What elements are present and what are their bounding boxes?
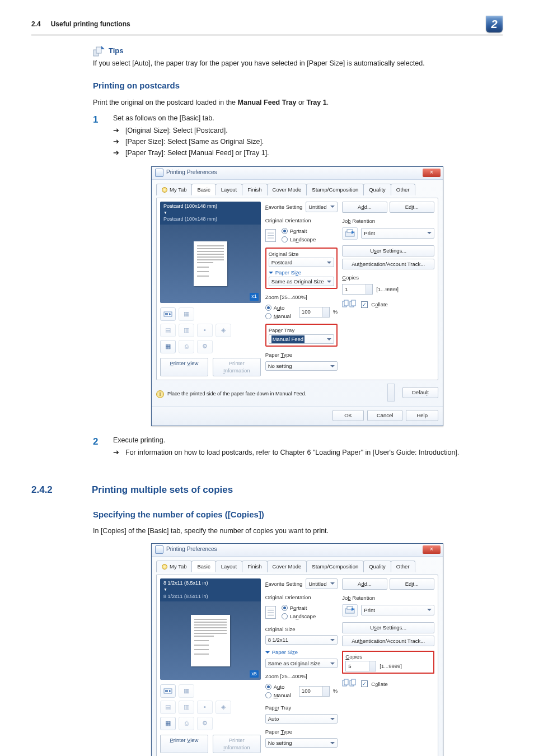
zoom-manual-radio[interactable] <box>265 692 271 698</box>
printer-info-button[interactable]: Printer Information <box>213 735 261 754</box>
landscape-radio[interactable] <box>282 236 288 242</box>
preview-tool-rotate[interactable]: ◈ <box>216 701 231 714</box>
tab-cover-mode[interactable]: Cover Mode <box>267 561 307 573</box>
tab-cover-mode[interactable]: Cover Mode <box>267 184 307 196</box>
zoom-value-spinner[interactable]: 100 <box>299 307 330 318</box>
preview-tool-doc[interactable]: ▦ <box>160 717 176 730</box>
edit-button[interactable]: Edit... <box>390 202 434 213</box>
tab-quality[interactable]: Quality <box>363 184 391 196</box>
tab-other[interactable]: Other <box>391 184 415 196</box>
tab-quality[interactable]: Quality <box>363 561 391 573</box>
step-1-number: 1 <box>93 113 102 160</box>
paper-size-combo[interactable]: Same as Original Size <box>269 277 335 286</box>
print-icon <box>342 604 358 617</box>
note-scroll[interactable] <box>387 384 395 402</box>
auth-button[interactable]: Authentication/Account Track... <box>342 636 434 647</box>
heading-postcards: Printing on postcards <box>93 80 502 92</box>
step-1-text: Set as follows on the [Basic] tab. <box>113 113 502 123</box>
dialog-title: Printing Preferences <box>166 169 217 177</box>
zoom-manual-radio[interactable] <box>265 313 271 319</box>
original-size-combo[interactable]: Postcard <box>269 258 335 267</box>
preview-tool-print[interactable]: ⎙ <box>179 717 194 730</box>
landscape-label: Landscape <box>290 236 316 244</box>
zoom-manual-label: Manual <box>274 312 291 320</box>
paper-size-label[interactable]: Paper Size <box>269 269 335 277</box>
zoom-percent: % <box>333 308 338 316</box>
paper-type-combo[interactable]: No setting <box>265 361 338 371</box>
copies-label: Copies <box>345 653 431 661</box>
tips-body: If you select [Auto], the paper tray for… <box>93 58 502 68</box>
collate-checkbox[interactable]: ✓ <box>361 301 368 308</box>
preview-tool-2[interactable]: ▦ <box>179 684 194 698</box>
preview-area: x5 <box>160 601 261 680</box>
copies-spinner[interactable]: 5 <box>345 661 376 671</box>
paper-tray-combo[interactable]: Manual Feed <box>269 334 335 344</box>
job-retention-combo[interactable]: Print <box>361 605 434 615</box>
tab-basic[interactable]: Basic <box>191 561 216 573</box>
svg-rect-15 <box>344 679 348 685</box>
tab-stamp[interactable]: Stamp/Composition <box>306 184 364 196</box>
preview-tool-output[interactable] <box>160 684 176 698</box>
job-retention-combo[interactable]: Print <box>361 228 434 239</box>
collate-checkbox[interactable]: ✓ <box>361 680 368 687</box>
tab-other[interactable]: Other <box>391 561 415 573</box>
zoom-auto-radio[interactable] <box>265 305 271 311</box>
preview-tool-print[interactable]: ⎙ <box>179 340 194 353</box>
copies-spinner[interactable]: 1 <box>342 284 373 295</box>
preview-tool-output[interactable] <box>160 307 176 321</box>
preview-tool-9[interactable]: ⚙ <box>197 717 213 730</box>
preview-tool-rotate[interactable]: ◈ <box>216 324 231 337</box>
close-button[interactable]: × <box>423 169 441 177</box>
preview-tool-4[interactable]: ▥ <box>179 701 194 714</box>
printer-info-button[interactable]: Printer Information <box>213 358 261 377</box>
cancel-button[interactable]: Cancel <box>367 410 403 421</box>
zoom-auto-radio[interactable] <box>265 684 271 690</box>
paper-size-combo[interactable]: Same as Original Size <box>265 659 338 668</box>
paper-type-combo[interactable]: No setting <box>265 738 338 748</box>
favorite-combo[interactable]: Untitled <box>306 578 338 589</box>
preview-tool-5[interactable]: ▪ <box>197 701 213 714</box>
preview-tool-2[interactable]: ▦ <box>179 307 194 321</box>
close-button[interactable]: × <box>423 545 441 554</box>
add-button[interactable]: Add... <box>342 578 387 590</box>
job-retention-label: Job Retention <box>342 217 434 225</box>
user-settings-button[interactable]: User Settings... <box>342 245 434 256</box>
preview-tool-9[interactable]: ⚙ <box>197 340 213 353</box>
edit-button[interactable]: Edit... <box>390 578 434 590</box>
paper-size-label[interactable]: Paper Size <box>265 648 338 656</box>
preview-tool-5[interactable]: ▪ <box>197 324 213 337</box>
arrow-icon: ➔ <box>113 137 120 147</box>
ok-button[interactable]: OK <box>332 410 364 421</box>
user-settings-button[interactable]: User Settings... <box>342 622 434 633</box>
auth-button[interactable]: Authentication/Account Track... <box>342 259 434 270</box>
paper-tray-combo[interactable]: Auto <box>265 714 338 724</box>
tab-layout[interactable]: Layout <box>216 561 243 573</box>
help-button[interactable]: Help <box>406 410 438 421</box>
default-button[interactable]: Default <box>402 387 438 398</box>
zoom-value-spinner[interactable]: 100 <box>299 686 330 697</box>
portrait-radio[interactable] <box>282 605 288 611</box>
preview-tool-3[interactable]: ▤ <box>160 324 176 337</box>
tab-finish[interactable]: Finish <box>242 561 267 573</box>
zoom-percent: % <box>333 687 338 695</box>
zoom-auto-label: Auto <box>274 683 285 691</box>
tab-mytab[interactable]: My Tab <box>156 184 192 196</box>
printer-view-button[interactable]: Printer View <box>160 358 208 377</box>
portrait-radio[interactable] <box>282 228 288 234</box>
tab-basic[interactable]: Basic <box>191 184 216 196</box>
section-number: 2.4 <box>31 20 41 28</box>
preview-tool-3[interactable]: ▤ <box>160 701 176 714</box>
original-size-combo[interactable]: 8 1/2x11 <box>265 635 338 645</box>
favorite-combo[interactable]: Untitled <box>306 202 338 212</box>
landscape-radio[interactable] <box>282 613 288 619</box>
printer-view-button[interactable]: Printer View <box>160 735 208 754</box>
add-button[interactable]: Add... <box>342 202 387 213</box>
tips-icon <box>93 45 105 57</box>
copies-badge: x1 <box>250 293 259 300</box>
preview-tool-4[interactable]: ▥ <box>179 324 194 337</box>
tab-mytab[interactable]: My Tab <box>156 561 192 573</box>
tab-stamp[interactable]: Stamp/Composition <box>306 561 364 573</box>
preview-tool-doc[interactable]: ▦ <box>160 340 176 353</box>
tab-finish[interactable]: Finish <box>242 184 267 196</box>
tab-layout[interactable]: Layout <box>216 184 243 196</box>
